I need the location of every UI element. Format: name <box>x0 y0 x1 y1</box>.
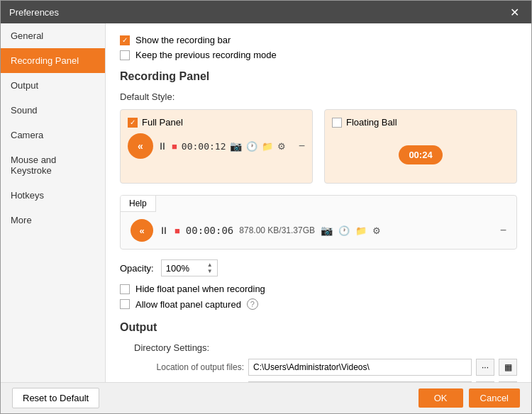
floating-ball-header: Floating Ball <box>332 117 509 128</box>
ok-button[interactable]: OK <box>419 388 463 408</box>
gear-icon-full[interactable]: ⚙ <box>277 141 286 152</box>
show-bar-label: Show the recording bar <box>135 35 231 45</box>
rewind-button-full[interactable]: « <box>128 133 153 159</box>
opacity-label: Opacity: <box>120 263 154 274</box>
titlebar: Preferences ✕ <box>1 1 531 23</box>
full-panel-card: Full Panel « ⏸ ■ 00:00:12 📷 🕐 📁 ⚙ − <box>120 109 313 184</box>
allow-float-row: Allow float panel captured ? <box>120 298 517 310</box>
output-files-row: Location of output files: ··· ▦ <box>120 359 517 376</box>
camera-icon-full[interactable]: 📷 <box>230 140 242 152</box>
floating-ball-card: Floating Ball 00:24 <box>324 109 517 184</box>
hide-float-checkbox[interactable] <box>120 284 130 294</box>
close-button[interactable]: ✕ <box>506 4 523 21</box>
help-panel: Help « ⏸ ■ 00:00:06 878.00 KB/31.37GB 📷 … <box>120 195 517 250</box>
sidebar-item-camera[interactable]: Camera <box>1 123 105 147</box>
time-display-help: 00:00:06 <box>186 225 233 236</box>
help-tab[interactable]: Help <box>121 196 156 212</box>
main-content: General Recording Panel Output Sound Cam… <box>1 23 531 382</box>
sidebar-item-hotkeys[interactable]: Hotkeys <box>1 183 105 208</box>
allow-float-label: Allow float panel captured <box>135 299 241 310</box>
preferences-window: Preferences ✕ General Recording Panel Ou… <box>0 0 532 414</box>
keep-mode-row: Keep the previous recording mode <box>120 50 517 60</box>
time-display-full: 00:00:12 <box>182 141 226 152</box>
allow-float-checkbox[interactable] <box>120 299 130 309</box>
opacity-value[interactable]: 100% <box>166 263 207 274</box>
floating-ball-checkbox[interactable] <box>332 118 342 128</box>
output-files-path[interactable] <box>248 359 472 376</box>
recording-panel-title: Recording Panel <box>120 70 517 83</box>
opacity-input-wrapper: 100% ▲ ▼ <box>161 259 218 276</box>
sidebar-item-recording-panel[interactable]: Recording Panel <box>1 48 105 73</box>
sidebar-item-general[interactable]: General <box>1 23 105 48</box>
floating-ball-content: 00:24 <box>332 133 509 176</box>
folder-icon-help[interactable]: 📁 <box>355 225 367 236</box>
show-bar-row: Show the recording bar <box>120 35 517 45</box>
default-style-label: Default Style: <box>120 91 517 102</box>
floating-ball-label: Floating Ball <box>346 117 397 128</box>
full-panel-checkbox[interactable] <box>128 118 138 128</box>
hide-float-row: Hide float panel when recording <box>120 284 517 294</box>
stop-icon-help[interactable]: ■ <box>174 225 180 236</box>
full-panel-label: Full Panel <box>142 117 183 128</box>
sidebar-item-sound[interactable]: Sound <box>1 98 105 123</box>
keep-mode-checkbox[interactable] <box>120 50 130 60</box>
output-files-dots-btn[interactable]: ··· <box>476 359 494 376</box>
minus-button-full[interactable]: − <box>299 140 305 152</box>
output-section-title: Output <box>120 321 517 334</box>
cancel-button[interactable]: Cancel <box>469 388 520 408</box>
help-content: « ⏸ ■ 00:00:06 878.00 KB/31.37GB 📷 🕐 📁 ⚙… <box>121 212 516 249</box>
help-icon[interactable]: ? <box>247 298 258 310</box>
pause-icon-full[interactable]: ⏸ <box>157 140 167 152</box>
camera-icon-help[interactable]: 📷 <box>321 225 333 236</box>
gear-icon-help[interactable]: ⚙ <box>372 225 381 236</box>
sidebar: General Recording Panel Output Sound Cam… <box>1 23 106 382</box>
stop-icon-full[interactable]: ■ <box>172 141 177 152</box>
output-files-folder-btn[interactable]: ▦ <box>499 359 517 376</box>
floating-ball-time: 00:24 <box>399 145 442 164</box>
clock-icon-full[interactable]: 🕐 <box>246 141 257 152</box>
folder-icon-full[interactable]: 📁 <box>262 141 273 152</box>
minus-button-help[interactable]: − <box>500 224 506 237</box>
keep-mode-label: Keep the previous recording mode <box>135 50 277 60</box>
window-title: Preferences <box>9 7 59 18</box>
hide-float-label: Hide float panel when recording <box>135 284 265 294</box>
full-panel-content: « ⏸ ■ 00:00:12 📷 🕐 📁 ⚙ − <box>128 133 305 159</box>
storage-display: 878.00 KB/31.37GB <box>239 225 315 235</box>
opacity-row: Opacity: 100% ▲ ▼ <box>120 259 517 276</box>
output-section: Output Directory Settings: Location of o… <box>120 321 517 382</box>
reset-to-default-button[interactable]: Reset to Default <box>12 388 99 408</box>
sidebar-item-output[interactable]: Output <box>1 73 105 98</box>
sidebar-item-mouse-keystroke[interactable]: Mouse and Keystroke <box>1 147 105 183</box>
right-buttons: OK Cancel <box>419 388 520 408</box>
full-panel-header: Full Panel <box>128 117 305 128</box>
opacity-spinner[interactable]: ▲ ▼ <box>207 262 213 274</box>
sidebar-item-more[interactable]: More <box>1 208 105 233</box>
clock-icon-help[interactable]: 🕐 <box>338 225 350 236</box>
dir-settings-label: Directory Settings: <box>134 342 517 353</box>
bottom-bar: Reset to Default OK Cancel <box>1 382 531 413</box>
main-panel: Show the recording bar Keep the previous… <box>106 23 531 382</box>
style-panels-container: Full Panel « ⏸ ■ 00:00:12 📷 🕐 📁 ⚙ − <box>120 109 517 184</box>
pause-icon-help[interactable]: ⏸ <box>159 225 169 236</box>
rewind-button-help[interactable]: « <box>131 219 153 242</box>
show-bar-checkbox[interactable] <box>120 35 130 45</box>
output-files-label: Location of output files: <box>120 362 244 372</box>
